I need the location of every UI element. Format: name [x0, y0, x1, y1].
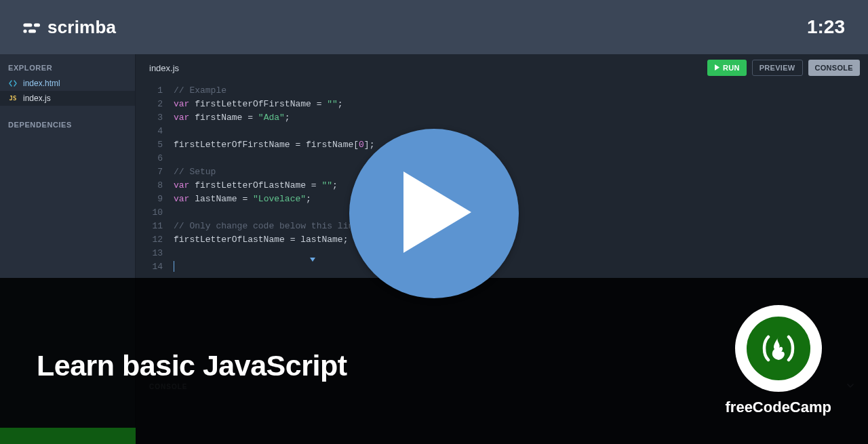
line-gutter: 1234567891011121314 [136, 84, 168, 274]
preview-label: PREVIEW [760, 64, 795, 72]
editor-toolbar: index.js RUN PREVIEW CONSOLE [136, 54, 868, 81]
file-item-index-js[interactable]: JS index.js [0, 91, 135, 106]
author-name: freeCodeCamp [726, 399, 831, 416]
file-label: index.html [23, 79, 60, 88]
brand-text: scrimba [47, 17, 116, 38]
explorer-heading: EXPLORER [0, 54, 135, 76]
svg-rect-1 [28, 29, 36, 33]
play-icon [714, 64, 720, 72]
cursor-marker-icon [310, 258, 315, 262]
file-item-index-html[interactable]: index.html [0, 76, 135, 91]
timer: 1:23 [807, 16, 845, 38]
bottom-status-strip [0, 428, 136, 444]
dependencies-heading: DEPENDENCIES [0, 106, 135, 133]
scrimba-logo-icon [23, 21, 41, 33]
run-button[interactable]: RUN [707, 60, 747, 76]
course-author: freeCodeCamp [726, 305, 831, 416]
brand: scrimba [23, 17, 116, 38]
play-button[interactable] [349, 129, 519, 298]
console-button[interactable]: CONSOLE [808, 60, 861, 76]
svg-rect-2 [23, 23, 32, 26]
html-file-icon [8, 79, 18, 87]
js-file-icon: JS [8, 95, 18, 102]
console-label: CONSOLE [815, 64, 854, 72]
file-label: index.js [23, 94, 51, 103]
play-icon [390, 171, 478, 256]
freecodecamp-logo-icon [743, 312, 814, 384]
author-avatar [735, 305, 822, 392]
svg-rect-3 [34, 23, 40, 26]
course-title: Learn basic JavaScript [37, 349, 347, 382]
code-lines: // Examplevar firstLetterOfFirstName = "… [168, 84, 868, 274]
header: scrimba 1:23 [0, 0, 868, 54]
run-label: RUN [723, 64, 740, 72]
svg-point-0 [23, 29, 26, 33]
preview-button[interactable]: PREVIEW [752, 60, 803, 76]
editor-tab[interactable]: index.js [149, 63, 179, 73]
